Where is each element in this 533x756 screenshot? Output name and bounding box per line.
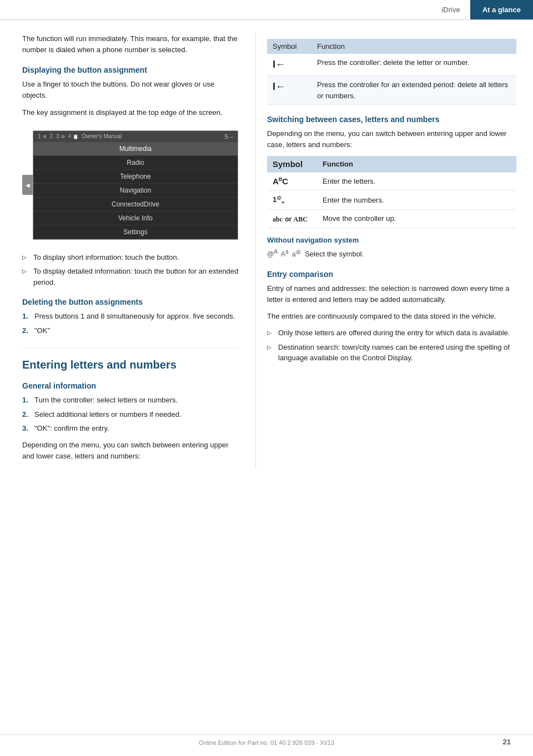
menu-multimedia: Multimedia (33, 142, 238, 156)
menu-telephone: Telephone (33, 170, 238, 184)
switching-table: Symbol Function ABC Enter the letters. 1… (267, 156, 516, 228)
function-cell-2: Press the controller for an extended per… (311, 76, 516, 105)
page-header: iDrive At a glance (0, 0, 533, 20)
displaying-title: Displaying the button assignment (22, 65, 239, 74)
entry-comparison-title: Entry comparison (267, 270, 516, 279)
general-steps: 1.Turn the controller: select letters or… (22, 395, 239, 434)
switching-func-header: Function (317, 156, 516, 173)
displaying-p2: The key assignment is displayed at the t… (22, 107, 239, 118)
tab-manual: Owner's Manual (82, 133, 122, 139)
table-row: ABC Enter the letters. (267, 173, 516, 190)
switching-sym-2: 1@+ (267, 190, 317, 210)
symbol-cell-2: I← (267, 76, 311, 105)
symbol-function-table: Symbol Function I← Press the controller:… (267, 39, 516, 105)
at-a-glance-label: At a glance (470, 0, 533, 19)
screen-tab-5: 5 – (225, 133, 233, 140)
without-nav-text: @A Aa a@ Select the symbol. (267, 248, 516, 260)
func-col-header: Function (311, 39, 516, 54)
footer: Online Edition for Part no. 01 40 2 926 … (0, 734, 533, 746)
menu-radio: Radio (33, 156, 238, 170)
switching-func-2: Enter the numbers. (317, 190, 516, 210)
displaying-p1: Use a finger to touch the buttons. Do no… (22, 79, 239, 101)
deleting-step-2: 2."OK" (22, 325, 239, 336)
switching-func-3: Move the controller up. (317, 209, 516, 228)
menu-vehicle-info: Vehicle Info (33, 211, 238, 225)
idrive-label: iDrive (431, 0, 470, 19)
function-cell-1: Press the controller: delete the letter … (311, 54, 516, 76)
screen-top-bar: 1⚙ 2 3⚙ 4📋 Owner's Manual 5 – (33, 131, 238, 142)
deleting-steps: 1.Press buttons 1 and 8 simultaneously f… (22, 311, 239, 336)
without-nav-symbols: @A Aa a@ (267, 250, 301, 258)
menu-navigation: Navigation (33, 184, 238, 198)
deleting-title: Deleting the button assignments (22, 298, 239, 306)
table-row: 1@+ Enter the numbers. (267, 190, 516, 210)
content-wrapper: The function will run immediately. This … (0, 20, 533, 481)
switching-sym-3: abc or ABC (267, 209, 317, 228)
without-nav-title: Without navigation system (267, 236, 516, 244)
footer-text: Online Edition for Part no. 01 40 2 926 … (199, 739, 334, 746)
switching-sym-header: Symbol (267, 156, 317, 173)
left-arrow-btn[interactable]: ◀ (22, 175, 33, 195)
deleting-step-1: 1.Press buttons 1 and 8 simultaneously f… (22, 311, 239, 322)
switching-title: Switching between cases, letters and num… (267, 115, 516, 124)
screen-simulation: ◀ 1⚙ 2 3⚙ 4📋 Owner's Manual 5 – Multimed… (22, 124, 239, 246)
general-info-title: General information (22, 381, 239, 390)
screen-body: Multimedia Radio Telephone Navigation Co… (33, 142, 238, 239)
entering-title: Entering letters and numbers (22, 348, 239, 371)
bullet-display-short: To display short information: touch the … (22, 252, 239, 263)
menu-settings: Settings (33, 225, 238, 239)
screen-tabs: 1⚙ 2 3⚙ 4📋 Owner's Manual (38, 133, 122, 139)
switching-sym-1: ABC (267, 173, 317, 190)
bullet-display-detail: To display detailed information: touch t… (22, 266, 239, 288)
general-step-1: 1.Turn the controller: select letters or… (22, 395, 239, 406)
general-step-3: 3."OK": confirm the entry. (22, 423, 239, 434)
tab-1: 1⚙ (38, 133, 47, 139)
entry-bullets: Only those letters are offered during th… (267, 327, 516, 364)
table-row: I← Press the controller: delete the lett… (267, 54, 516, 76)
sym-col-header: Symbol (267, 39, 311, 54)
displaying-bullets: To display short information: touch the … (22, 252, 239, 288)
symbol-cell-1: I← (267, 54, 311, 76)
general-p1: Depending on the menu, you can switch be… (22, 440, 239, 462)
table-row: I← Press the controller for an extended … (267, 76, 516, 105)
general-step-2: 2.Select additional letters or numbers i… (22, 409, 239, 420)
intro-paragraph: The function will run immediately. This … (22, 33, 239, 56)
entry-p1: Entry of names and addresses: the select… (267, 283, 516, 305)
entry-bullet-2: Destination search: town/city names can … (267, 342, 516, 364)
switching-table-header: Symbol Function (267, 156, 516, 173)
tab-3: 3⚙ (56, 133, 65, 139)
right-column: Symbol Function I← Press the controller:… (255, 33, 533, 467)
screen-side-arrow: ◀ (22, 124, 33, 246)
table-row: abc or ABC Move the controller up. (267, 209, 516, 228)
left-column: The function will run immediately. This … (0, 33, 255, 467)
switching-func-1: Enter the letters. (317, 173, 516, 190)
page-number: 21 (503, 738, 511, 746)
switching-p1: Depending on the menu, you can switch be… (267, 128, 516, 150)
tab-2: 2 (50, 133, 53, 139)
menu-connecteddrive: ConnectedDrive (33, 198, 238, 211)
idrive-screen: 1⚙ 2 3⚙ 4📋 Owner's Manual 5 – Multimedia… (33, 130, 238, 240)
entry-bullet-1: Only those letters are offered during th… (267, 327, 516, 339)
tab-4: 4📋 (68, 133, 79, 139)
entry-p2: The entries are continuously compared to… (267, 311, 516, 322)
